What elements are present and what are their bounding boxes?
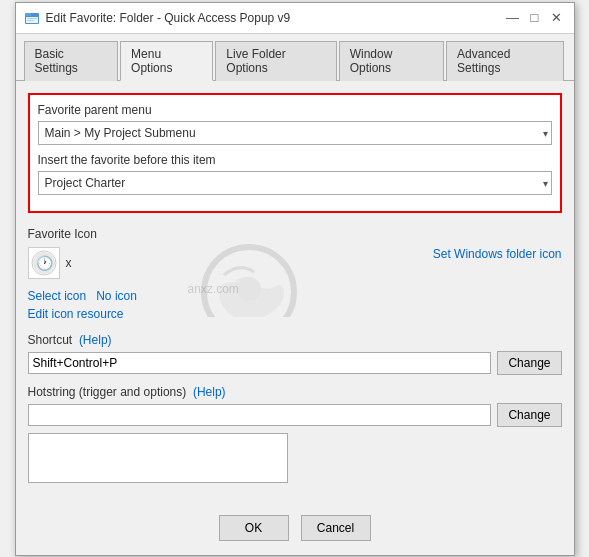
tab-window-options[interactable]: Window Options [339,41,444,81]
tab-advanced-settings[interactable]: Advanced Settings [446,41,563,81]
hotstring-label: Hotstring (trigger and options) (Help) [28,385,562,399]
parent-menu-dropdown[interactable]: Main > My Project Submenu [38,121,552,145]
icon-and-links: 🕐 x Select icon No icon Edit icon resour… [28,247,562,321]
hotstring-section: Hotstring (trigger and options) (Help) C… [28,385,562,483]
favorite-icon-section: Favorite Icon 🕐 [28,227,562,321]
hotstring-row: Change [28,403,562,427]
tab-live-folder-options[interactable]: Live Folder Options [215,41,336,81]
window-title: Edit Favorite: Folder - Quick Access Pop… [46,11,291,25]
close-button[interactable]: ✕ [548,9,566,27]
main-window: Edit Favorite: Folder - Quick Access Pop… [15,2,575,556]
tab-basic-settings[interactable]: Basic Settings [24,41,119,81]
cancel-button[interactable]: Cancel [301,515,371,541]
hotstring-change-button[interactable]: Change [497,403,561,427]
svg-rect-1 [25,13,31,16]
bottom-bar: OK Cancel [16,505,574,555]
shortcut-help-link[interactable]: (Help) [79,333,112,347]
minimize-button[interactable]: — [504,9,522,27]
hotstring-help-link[interactable]: (Help) [193,385,226,399]
window-icon [24,10,40,26]
tab-bar: Basic Settings Menu Options Live Folder … [16,34,574,81]
maximize-button[interactable]: □ [526,9,544,27]
svg-rect-3 [27,18,37,19]
title-controls: — □ ✕ [504,9,566,27]
select-icon-link[interactable]: Select icon [28,289,87,303]
shortcut-label: Shortcut (Help) [28,333,562,347]
title-bar-left: Edit Favorite: Folder - Quick Access Pop… [24,10,291,26]
insert-before-label: Insert the favorite before this item [38,153,552,167]
shortcut-row: Change [28,351,562,375]
icon-links-row2: Edit icon resource [28,307,137,321]
title-bar: Edit Favorite: Folder - Quick Access Pop… [16,3,574,34]
hotstring-input[interactable] [28,404,492,426]
icon-preview-box: 🕐 [28,247,60,279]
watermark-text: anxz.com [188,282,239,296]
tab-content: Favorite parent menu Main > My Project S… [16,81,574,505]
ok-button[interactable]: OK [219,515,289,541]
svg-text:🕐: 🕐 [35,255,53,272]
tab-menu-options[interactable]: Menu Options [120,41,213,81]
parent-menu-label: Favorite parent menu [38,103,552,117]
svg-point-8 [237,277,261,301]
shortcut-input[interactable] [28,352,492,374]
remove-icon-button[interactable]: x [66,256,72,270]
insert-before-dropdown-container: Project Charter ▾ [38,171,552,195]
svg-rect-4 [27,20,34,21]
no-icon-link[interactable]: No icon [96,289,137,303]
parent-menu-dropdown-container: Main > My Project Submenu ▾ [38,121,552,145]
edit-icon-resource-link[interactable]: Edit icon resource [28,307,124,321]
set-windows-folder-icon-link[interactable]: Set Windows folder icon [433,247,562,261]
icon-preview-row: 🕐 x [28,247,137,279]
favorite-icon-label: Favorite Icon [28,227,562,241]
shortcut-change-button[interactable]: Change [497,351,561,375]
hotstring-notes-textarea[interactable] [28,433,288,483]
icon-links-row1: Select icon No icon [28,289,137,303]
insert-before-dropdown[interactable]: Project Charter [38,171,552,195]
shortcut-section: Shortcut (Help) Change [28,333,562,375]
parent-menu-section: Favorite parent menu Main > My Project S… [28,93,562,213]
